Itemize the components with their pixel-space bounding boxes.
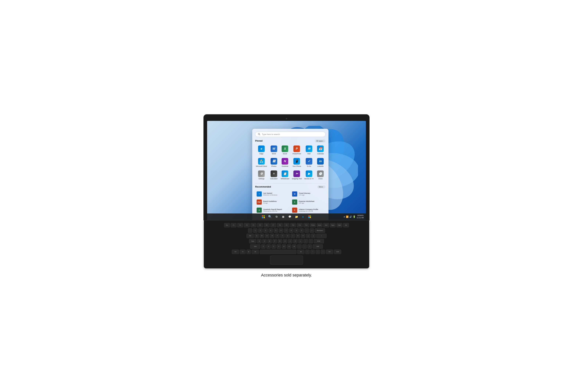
- key-k[interactable]: K: [293, 239, 298, 243]
- wifi-icon[interactable]: 📶: [346, 216, 349, 218]
- app-item-powerpoint[interactable]: PPowerPoint: [291, 144, 303, 156]
- key-semicolon[interactable]: ;: [304, 239, 308, 243]
- key-d[interactable]: D: [267, 239, 272, 243]
- app-item-whiteboard[interactable]: 📋Whiteboard: [280, 169, 290, 181]
- key-f12[interactable]: F12: [304, 223, 309, 227]
- key-w[interactable]: W: [260, 234, 264, 238]
- taskbar-search[interactable]: 🔍: [267, 214, 272, 219]
- key-f6[interactable]: F6: [264, 223, 269, 227]
- key-caps[interactable]: Caps: [249, 239, 256, 243]
- key-6[interactable]: 6: [279, 228, 283, 233]
- key-0[interactable]: 0: [299, 228, 304, 233]
- taskbar-explorer[interactable]: 📁: [294, 214, 299, 219]
- key-space[interactable]: [260, 250, 296, 254]
- key-arr-left[interactable]: ←: [305, 250, 310, 254]
- all-apps-button[interactable]: All apps ›: [315, 139, 325, 143]
- key-z[interactable]: Z: [261, 244, 266, 249]
- app-item-onenote[interactable]: NOneNote: [280, 157, 290, 168]
- app-item-microsoft-store[interactable]: 🏪Microsoft Store: [255, 157, 268, 168]
- app-item-word[interactable]: WWord: [269, 144, 279, 156]
- key-j[interactable]: J: [288, 239, 292, 243]
- key-enter[interactable]: Enter: [314, 239, 324, 243]
- key-arr-down[interactable]: ↓: [316, 250, 320, 254]
- key-l[interactable]: L: [298, 239, 303, 243]
- key-pgup[interactable]: PgUp: [330, 223, 336, 227]
- app-item-clock[interactable]: 🕐Clock: [316, 169, 325, 181]
- taskbar-widgets[interactable]: ▦: [281, 214, 286, 219]
- taskbar-taskview[interactable]: ⧉: [274, 214, 279, 219]
- key-y[interactable]: Y: [280, 234, 285, 238]
- key-minus[interactable]: -: [304, 228, 309, 233]
- app-item-photos[interactable]: 🖼Photos: [269, 157, 279, 168]
- key-end[interactable]: End: [323, 223, 329, 227]
- key-3[interactable]: 3: [263, 228, 268, 233]
- key-n[interactable]: N: [287, 244, 291, 249]
- key-a[interactable]: A: [257, 239, 262, 243]
- key-backslash[interactable]: \: [316, 234, 326, 238]
- key-p[interactable]: P: [301, 234, 305, 238]
- taskbar-datetime[interactable]: 10/20/21 11:11 AM: [357, 215, 364, 219]
- app-item-settings[interactable]: ⚙Settings: [255, 169, 268, 181]
- rec-item-3[interactable]: XExpense Worksheet12h ago: [291, 198, 325, 206]
- battery-icon[interactable]: 🔋: [353, 216, 356, 218]
- key-del[interactable]: Del: [343, 223, 349, 227]
- key-lbracket[interactable]: [: [306, 234, 310, 238]
- key-esc[interactable]: Esc: [224, 223, 230, 227]
- app-item-movies-&-tv[interactable]: ▶Movies & TV: [304, 169, 314, 181]
- key-prtscn[interactable]: PrtScn: [310, 223, 316, 227]
- key-shift-r[interactable]: Shift: [313, 244, 323, 249]
- key-ctrl-r[interactable]: Ctrl: [326, 250, 333, 254]
- key-fn[interactable]: Fn: [240, 250, 246, 254]
- key-shift-l[interactable]: Shift: [250, 244, 260, 249]
- key-7[interactable]: 7: [284, 228, 288, 233]
- rec-item-0[interactable]: ?Get StartedWelcome to Windows: [255, 190, 290, 198]
- key-win[interactable]: ⊞: [247, 250, 251, 254]
- key-ctrl-l[interactable]: Ctrl: [232, 250, 239, 254]
- app-item-snipping-tool[interactable]: ✂Snipping Tool: [291, 169, 303, 181]
- app-item-your-phone[interactable]: 📱Your Phone: [291, 157, 303, 168]
- key-f7[interactable]: F7: [270, 223, 276, 227]
- key-alt-r[interactable]: Alt: [297, 250, 304, 254]
- key-alt-l[interactable]: Alt: [251, 250, 259, 254]
- key-period[interactable]: .: [302, 244, 307, 249]
- key-home[interactable]: Home: [317, 223, 322, 227]
- key-4[interactable]: 4: [269, 228, 273, 233]
- search-bar[interactable]: Type here to search: [255, 132, 325, 137]
- key-f5[interactable]: F5: [257, 223, 263, 227]
- key-h[interactable]: H: [283, 239, 287, 243]
- key-equal[interactable]: =: [310, 228, 314, 233]
- key-rbracket[interactable]: ]: [311, 234, 316, 238]
- key-f8[interactable]: F8: [277, 223, 283, 227]
- key-1[interactable]: 1: [253, 228, 257, 233]
- key-shift-r2[interactable]: Shift: [334, 250, 341, 254]
- key-s[interactable]: S: [262, 239, 267, 243]
- key-5[interactable]: 5: [274, 228, 278, 233]
- app-item-calendar[interactable]: 📅Calendar: [316, 144, 325, 156]
- key-f10[interactable]: F10: [290, 223, 296, 227]
- key-i[interactable]: I: [290, 234, 295, 238]
- key-arr-right[interactable]: →: [321, 250, 325, 254]
- app-item-calculator[interactable]: =Calculator: [269, 169, 279, 181]
- rec-item-4[interactable]: XQuarterly Payroll ReportYesterday at 4:…: [255, 206, 290, 214]
- key-quote[interactable]: ': [308, 239, 313, 243]
- app-item-to-do[interactable]: ✓To Do: [304, 157, 314, 168]
- tray-arrow-icon[interactable]: ∧: [343, 216, 345, 218]
- key-comma[interactable]: ,: [297, 244, 302, 249]
- key-8[interactable]: 8: [289, 228, 293, 233]
- app-item-excel[interactable]: XExcel: [280, 144, 290, 156]
- key-f9[interactable]: F9: [284, 223, 289, 227]
- key-f2[interactable]: F2: [237, 223, 243, 227]
- key-9[interactable]: 9: [294, 228, 299, 233]
- key-t[interactable]: T: [275, 234, 280, 238]
- key-r[interactable]: R: [270, 234, 274, 238]
- rec-item-1[interactable]: WTravel Itinerary17m ago: [291, 190, 325, 198]
- key-e[interactable]: E: [265, 234, 269, 238]
- key-tab[interactable]: Tab: [247, 234, 254, 238]
- app-item-linkedin[interactable]: inLinkedIn: [316, 157, 325, 168]
- key-g[interactable]: G: [278, 239, 282, 243]
- key-v[interactable]: V: [277, 244, 281, 249]
- start-button[interactable]: [261, 214, 266, 219]
- key-f[interactable]: F: [272, 239, 277, 243]
- key-b[interactable]: B: [282, 244, 286, 249]
- taskbar-store[interactable]: [307, 214, 312, 219]
